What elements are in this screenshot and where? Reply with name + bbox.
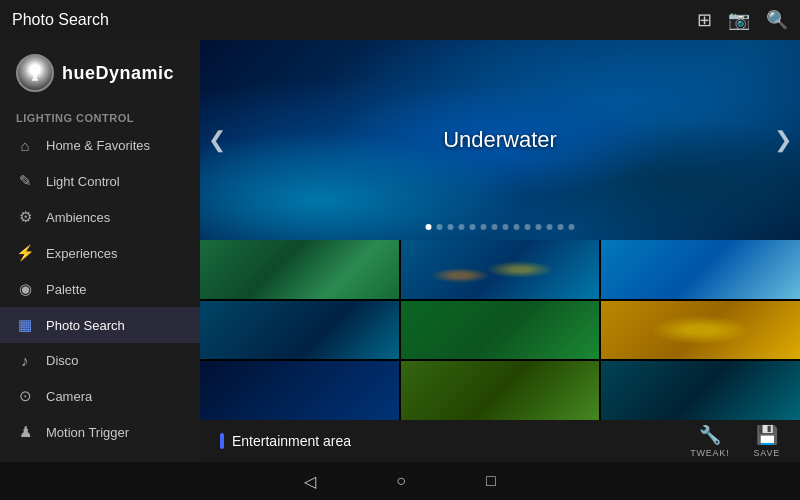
- hero-dot[interactable]: [525, 224, 531, 230]
- photo-cell-4[interactable]: [200, 301, 399, 360]
- svg-rect-2: [32, 79, 38, 81]
- app-logo: hueDynamic: [0, 40, 200, 106]
- hero-title: Underwater: [443, 127, 557, 153]
- sidebar-section-label: Lighting Control: [0, 106, 200, 128]
- photo-cell-1[interactable]: [200, 240, 399, 299]
- tweak-icon: 🔧: [699, 424, 721, 446]
- hero-dot[interactable]: [536, 224, 542, 230]
- content-area: ❮ Underwater ❯: [200, 40, 800, 462]
- photo-cell-2[interactable]: [401, 240, 600, 299]
- hero-dots: [426, 224, 575, 230]
- photo-cell-6[interactable]: [601, 301, 800, 360]
- sidebar-item-lightcontrol[interactable]: ✎ Light Control: [0, 163, 200, 199]
- save-label: SAVE: [753, 448, 780, 458]
- top-bar: Photo Search ⊞ 📷 🔍: [0, 0, 800, 40]
- sidebar-item-label: Ambiences: [46, 210, 110, 225]
- ambiences-icon: ⚙: [16, 208, 34, 226]
- save-button[interactable]: 💾 SAVE: [753, 424, 780, 458]
- hero-dot[interactable]: [492, 224, 498, 230]
- sidebar-item-motiontrigger[interactable]: ♟ Motion Trigger: [0, 414, 200, 450]
- palette-icon: ◉: [16, 280, 34, 298]
- hero-dot[interactable]: [448, 224, 454, 230]
- hero-dot[interactable]: [547, 224, 553, 230]
- sidebar-item-label: Light Control: [46, 174, 120, 189]
- entertainment-line: [220, 433, 224, 449]
- camera-sidebar-icon: ⊙: [16, 387, 34, 405]
- lightcontrol-icon: ✎: [16, 172, 34, 190]
- recents-button[interactable]: □: [486, 472, 496, 490]
- photo-cell-9[interactable]: [601, 361, 800, 420]
- disco-icon: ♪: [16, 352, 34, 369]
- sidebar-item-camera[interactable]: ⊙ Camera: [0, 378, 200, 414]
- sidebar-item-label: Palette: [46, 282, 86, 297]
- tweak-label: TWEAK!: [690, 448, 729, 458]
- sidebar-item-label: Camera: [46, 389, 92, 404]
- bottom-bar: Entertainment area 🔧 TWEAK! 💾 SAVE: [200, 420, 800, 462]
- hero-dot[interactable]: [503, 224, 509, 230]
- photo-cell-3[interactable]: [601, 240, 800, 299]
- sidebar-item-label: Photo Search: [46, 318, 125, 333]
- sidebar: hueDynamic Lighting Control ⌂ Home & Fav…: [0, 40, 200, 462]
- main-layout: hueDynamic Lighting Control ⌂ Home & Fav…: [0, 40, 800, 462]
- tweak-button[interactable]: 🔧 TWEAK!: [690, 424, 729, 458]
- hero-dot[interactable]: [569, 224, 575, 230]
- nav-bar: ◁ ○ □: [0, 462, 800, 500]
- camera-icon[interactable]: 📷: [728, 9, 750, 31]
- hero-arrow-left[interactable]: ❮: [208, 127, 226, 153]
- svg-point-0: [30, 65, 40, 75]
- experiences-icon: ⚡: [16, 244, 34, 262]
- logo-icon: [16, 54, 54, 92]
- gallery-icon[interactable]: ⊞: [697, 9, 712, 31]
- page-title: Photo Search: [12, 11, 697, 29]
- hero-dot[interactable]: [558, 224, 564, 230]
- hero-dot[interactable]: [514, 224, 520, 230]
- hero-dot[interactable]: [437, 224, 443, 230]
- sidebar-item-label: Disco: [46, 353, 79, 368]
- sidebar-item-fallasleep[interactable]: ☾ Fall Asleep Light: [0, 450, 200, 462]
- back-button[interactable]: ◁: [304, 472, 316, 491]
- sidebar-item-experiences[interactable]: ⚡ Experiences: [0, 235, 200, 271]
- sidebar-item-label: Experiences: [46, 246, 118, 261]
- hero-dot[interactable]: [426, 224, 432, 230]
- photo-cell-5[interactable]: [401, 301, 600, 360]
- search-icon[interactable]: 🔍: [766, 9, 788, 31]
- photo-cell-7[interactable]: [200, 361, 399, 420]
- hero-dot[interactable]: [470, 224, 476, 230]
- bottom-actions: 🔧 TWEAK! 💾 SAVE: [690, 424, 780, 458]
- sidebar-item-ambiences[interactable]: ⚙ Ambiences: [0, 199, 200, 235]
- hero-banner: ❮ Underwater ❯: [200, 40, 800, 240]
- sidebar-item-photosearch[interactable]: ▦ Photo Search: [0, 307, 200, 343]
- hero-dot[interactable]: [481, 224, 487, 230]
- top-bar-actions: ⊞ 📷 🔍: [697, 9, 788, 31]
- photosearch-icon: ▦: [16, 316, 34, 334]
- home-icon: ⌂: [16, 137, 34, 154]
- hero-arrow-right[interactable]: ❯: [774, 127, 792, 153]
- sidebar-item-home[interactable]: ⌂ Home & Favorites: [0, 128, 200, 163]
- logo-text: hueDynamic: [62, 63, 174, 84]
- sidebar-item-label: Home & Favorites: [46, 138, 150, 153]
- sidebar-item-disco[interactable]: ♪ Disco: [0, 343, 200, 378]
- photo-cell-8[interactable]: [401, 361, 600, 420]
- photo-grid: [200, 240, 800, 420]
- save-icon: 💾: [756, 424, 778, 446]
- home-button[interactable]: ○: [396, 472, 406, 490]
- hero-dot[interactable]: [459, 224, 465, 230]
- sidebar-item-palette[interactable]: ◉ Palette: [0, 271, 200, 307]
- motiontrigger-icon: ♟: [16, 423, 34, 441]
- entertainment-label: Entertainment area: [220, 433, 351, 449]
- sidebar-item-label: Motion Trigger: [46, 425, 129, 440]
